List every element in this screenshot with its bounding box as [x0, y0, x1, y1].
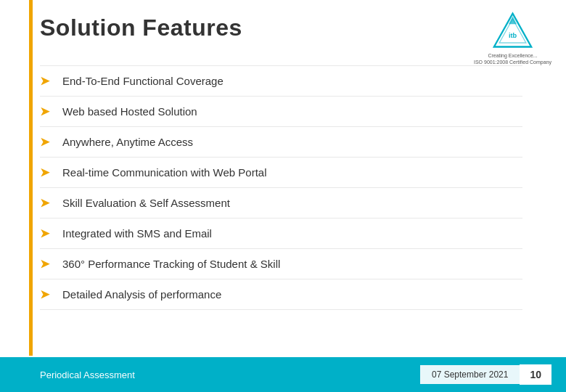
list-item: ➤Anywhere, Anytime Access	[40, 127, 522, 158]
page-title: Solution Features	[40, 15, 242, 41]
list-item: ➤Web based Hosted Solution	[40, 97, 522, 127]
left-accent-bar	[29, 0, 33, 356]
footer-page-number: 10	[520, 364, 551, 385]
bullet-arrow-icon: ➤	[40, 135, 49, 149]
bullet-text: Web based Hosted Solution	[62, 104, 197, 119]
company-logo: itb Creating Excellence... ISO 9001:2008…	[474, 11, 551, 65]
bullet-arrow-icon: ➤	[40, 226, 49, 240]
bullet-text: Detailed Analysis of performance	[62, 287, 221, 302]
bullet-text: Anywhere, Anytime Access	[62, 134, 193, 150]
bullet-text: Integrated with SMS and Email	[62, 226, 212, 241]
logo-tagline: Creating Excellence... ISO 9001:2008 Cer…	[474, 52, 551, 65]
bullet-arrow-icon: ➤	[40, 105, 49, 118]
header: Solution Features itb Creating Excellenc…	[40, 15, 551, 65]
bullet-text: 360° Performance Tracking of Student & S…	[62, 256, 280, 271]
list-item: ➤Integrated with SMS and Email	[40, 219, 522, 249]
list-item: ➤Real-time Communication with Web Portal	[40, 158, 522, 188]
bullet-text: Skill Evaluation & Self Assessment	[62, 195, 230, 211]
svg-text:itb: itb	[509, 32, 517, 39]
bullet-arrow-icon: ➤	[40, 257, 49, 271]
bullet-arrow-icon: ➤	[40, 287, 49, 301]
footer-date: 07 September 2021	[420, 365, 520, 384]
bullet-arrow-icon: ➤	[40, 74, 49, 88]
bullet-arrow-icon: ➤	[40, 196, 49, 210]
list-item: ➤360° Performance Tracking of Student & …	[40, 249, 522, 279]
footer-label: Periodical Assessment	[40, 369, 135, 380]
slide-container: Solution Features itb Creating Excellenc…	[0, 0, 566, 392]
bullet-list: ➤End-To-End Functional Coverage➤Web base…	[40, 65, 522, 310]
bullet-arrow-icon: ➤	[40, 166, 49, 179]
list-item: ➤Skill Evaluation & Self Assessment	[40, 188, 522, 219]
footer: Periodical Assessment 07 September 2021 …	[0, 357, 566, 392]
list-item: ➤Detailed Analysis of performance	[40, 279, 522, 310]
bullet-text: Real-time Communication with Web Portal	[62, 165, 267, 180]
footer-right: 07 September 2021 10	[420, 364, 551, 385]
list-item: ➤End-To-End Functional Coverage	[40, 65, 522, 97]
logo-triangle-icon: itb	[493, 11, 533, 51]
bullet-text: End-To-End Functional Coverage	[62, 73, 223, 89]
